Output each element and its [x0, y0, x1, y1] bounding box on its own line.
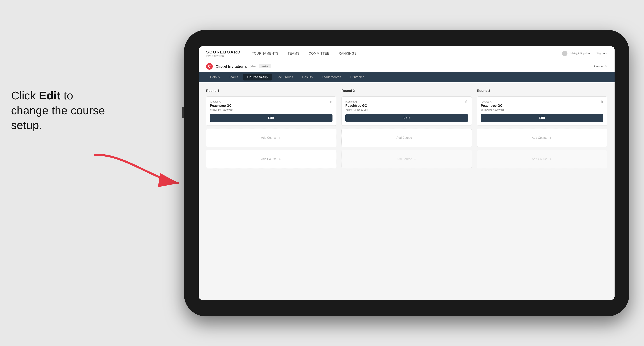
round-3-column: Round 3 🗑 (Course A) Peachtree GC Yellow…: [477, 89, 607, 168]
round-1-course-label: (Course A): [210, 100, 332, 103]
tab-printables[interactable]: Printables: [346, 74, 368, 80]
round-1-add-course-1-label: Add Course: [261, 136, 277, 140]
round-3-add-plus-2: ＋: [549, 157, 552, 161]
round-1-course-details: Yellow (M) (6629 yds): [210, 108, 332, 111]
round-1-delete-icon[interactable]: 🗑: [328, 99, 334, 104]
instruction-text: Click Edit to change the course setup.: [11, 88, 110, 133]
round-3-edit-button[interactable]: Edit: [481, 114, 603, 122]
round-2-column: Round 2 🗑 (Course A) Peachtree GC Yellow…: [342, 89, 472, 168]
round-3-course-card: 🗑 (Course A) Peachtree GC Yellow (M) (66…: [477, 96, 607, 126]
top-nav: SCOREBOARD Powered by clippd TOURNAMENTS…: [199, 46, 614, 61]
rounds-container: Round 1 🗑 (Course A) Peachtree GC Yellow…: [206, 89, 607, 168]
round-2-course-card: 🗑 (Course A) Peachtree GC Yellow (M) (66…: [342, 96, 472, 126]
round-2-add-plus-1: ＋: [414, 136, 417, 140]
instruction-emphasis: Edit: [39, 89, 60, 102]
hosting-badge: Hosting: [259, 64, 271, 68]
logo-subtitle: Powered by clippd: [206, 55, 241, 57]
round-3-add-course-2-label: Add Course: [532, 158, 548, 161]
logo-area: SCOREBOARD Powered by clippd: [206, 50, 241, 57]
round-1-add-course-2-label: Add Course: [261, 158, 277, 161]
round-2-add-course-1-label: Add Course: [396, 136, 412, 140]
main-content: Round 1 🗑 (Course A) Peachtree GC Yellow…: [199, 82, 614, 300]
nav-tournaments[interactable]: TOURNAMENTS: [252, 52, 278, 55]
tab-teams[interactable]: Teams: [225, 74, 242, 80]
tab-tee-groups[interactable]: Tee Groups: [273, 74, 297, 80]
tournament-bar: C Clippd Invitational (Men) Hosting Canc…: [199, 61, 614, 72]
round-3-add-course-2: Add Course ＋: [477, 150, 607, 168]
round-1-add-plus-1: ＋: [278, 136, 281, 140]
tablet-frame: SCOREBOARD Powered by clippd TOURNAMENTS…: [184, 30, 629, 316]
round-2-course-label: (Course A): [345, 100, 468, 103]
round-1-column: Round 1 🗑 (Course A) Peachtree GC Yellow…: [206, 89, 336, 168]
round-1-edit-button[interactable]: Edit: [210, 114, 332, 122]
round-2-add-course-2: Add Course ＋: [342, 150, 472, 168]
round-1-add-course-1[interactable]: Add Course ＋: [206, 129, 336, 147]
round-1-title: Round 1: [206, 89, 336, 93]
tab-results[interactable]: Results: [298, 74, 317, 80]
tournament-logo: C: [206, 63, 213, 70]
close-icon: ✕: [605, 65, 607, 68]
tab-details[interactable]: Details: [206, 74, 224, 80]
round-3-add-course-1-label: Add Course: [532, 136, 548, 140]
round-3-add-plus-1: ＋: [549, 136, 552, 140]
round-1-add-plus-2: ＋: [278, 157, 281, 161]
tablet-screen: SCOREBOARD Powered by clippd TOURNAMENTS…: [199, 46, 614, 300]
nav-right: blair@clippd.io | Sign out: [562, 51, 607, 56]
nav-rankings[interactable]: RANKINGS: [338, 52, 356, 55]
round-2-course-name: Peachtree GC: [345, 104, 468, 108]
nav-committee[interactable]: COMMITTEE: [309, 52, 330, 55]
cancel-button[interactable]: Cancel ✕: [594, 65, 607, 68]
round-3-course-name: Peachtree GC: [481, 104, 603, 108]
round-3-add-course-1[interactable]: Add Course ＋: [477, 129, 607, 147]
tournament-name: Clippd Invitational: [216, 64, 248, 69]
arrow-indicator: [79, 149, 186, 189]
nav-separator: |: [593, 52, 594, 55]
round-1-course-name: Peachtree GC: [210, 104, 332, 108]
round-3-course-details: Yellow (M) (6629 yds): [481, 108, 603, 111]
user-avatar: [562, 51, 568, 56]
round-1-course-card: 🗑 (Course A) Peachtree GC Yellow (M) (66…: [206, 96, 336, 126]
user-email: blair@clippd.io: [570, 52, 590, 55]
round-2-edit-button[interactable]: Edit: [345, 114, 468, 122]
round-1-add-course-2[interactable]: Add Course ＋: [206, 150, 336, 168]
round-2-add-course-2-label: Add Course: [396, 158, 412, 161]
tab-leaderboards[interactable]: Leaderboards: [318, 74, 345, 80]
round-3-delete-icon[interactable]: 🗑: [599, 99, 604, 104]
round-3-course-label: (Course A): [481, 100, 603, 103]
tournament-gender: (Men): [250, 65, 256, 68]
logo-title: SCOREBOARD: [206, 50, 241, 55]
round-3-title: Round 3: [477, 89, 607, 93]
round-2-delete-icon[interactable]: 🗑: [464, 99, 469, 104]
round-2-course-details: Yellow (M) (6629 yds): [345, 108, 468, 111]
round-2-add-course-1[interactable]: Add Course ＋: [342, 129, 472, 147]
nav-links: TOURNAMENTS TEAMS COMMITTEE RANKINGS: [252, 52, 562, 55]
round-2-title: Round 2: [342, 89, 472, 93]
tab-course-setup[interactable]: Course Setup: [243, 74, 272, 80]
sign-out-link[interactable]: Sign out: [596, 52, 607, 55]
nav-teams[interactable]: TEAMS: [288, 52, 300, 55]
tab-bar: Details Teams Course Setup Tee Groups Re…: [199, 72, 614, 82]
round-2-add-plus-2: ＋: [414, 157, 417, 161]
